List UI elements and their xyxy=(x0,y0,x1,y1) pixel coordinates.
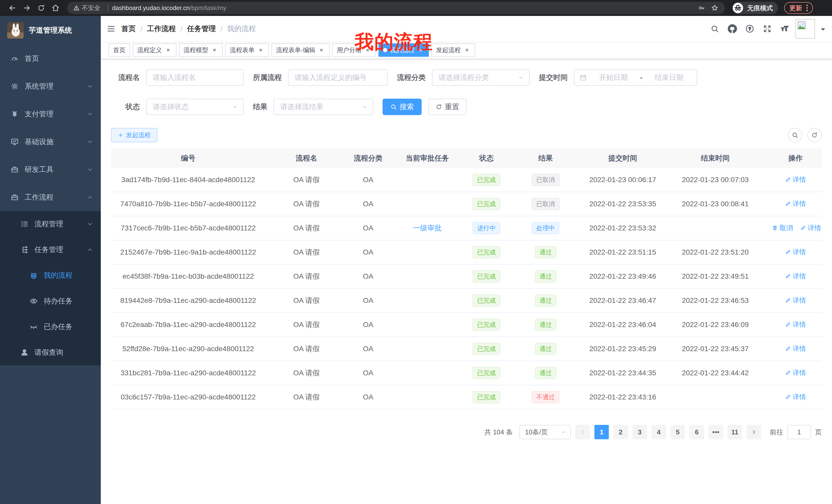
page-ellipsis-button[interactable]: ••• xyxy=(709,425,723,439)
cancel-link[interactable]: 取消 xyxy=(772,223,793,232)
sidebar-item-done-task[interactable]: 已办任务 xyxy=(0,314,101,340)
reset-button[interactable]: 重置 xyxy=(428,99,466,115)
current-task-link[interactable]: 一级审批 xyxy=(413,224,442,232)
detail-link[interactable]: 详情 xyxy=(785,175,806,184)
tab-start-process[interactable]: 发起流程× xyxy=(432,44,475,57)
sidebar-item-task-mgmt[interactable]: 任务管理 xyxy=(0,237,101,262)
browser-menu-icon[interactable] xyxy=(806,5,808,11)
breadcrumb-separator: / xyxy=(140,25,142,33)
chevron-down-icon xyxy=(362,104,368,110)
tab-process-def[interactable]: 流程定义× xyxy=(133,44,176,57)
sidebar-item-leave-query[interactable]: 请假查询 xyxy=(0,340,101,365)
detail-link[interactable]: 详情 xyxy=(785,296,806,305)
close-icon[interactable]: × xyxy=(211,47,218,54)
github-icon[interactable] xyxy=(726,22,739,35)
chevron-down-icon xyxy=(87,166,93,173)
table-refresh-button[interactable] xyxy=(807,128,822,142)
page-button-3[interactable]: 3 xyxy=(632,425,647,439)
back-icon[interactable] xyxy=(5,2,20,14)
breadcrumb-item[interactable]: 工作流程 xyxy=(147,24,176,34)
tab-home[interactable]: 首页 xyxy=(108,44,130,57)
home-icon[interactable] xyxy=(48,2,63,14)
detail-link[interactable]: 详情 xyxy=(785,368,806,377)
cell-submit-time: 2022-01-22 23:53:32 xyxy=(584,224,661,232)
detail-link[interactable]: 详情 xyxy=(785,199,806,208)
detail-link[interactable]: 详情 xyxy=(800,223,821,232)
table-body: 3ad174fb-7b9d-11ec-8404-acde48001122 OA … xyxy=(111,168,822,410)
reload-icon[interactable] xyxy=(34,2,48,14)
page-button-1[interactable]: 1 xyxy=(594,425,609,439)
page-size-select[interactable]: 10条/页 xyxy=(519,425,571,439)
chevron-up-icon xyxy=(87,194,93,200)
table-row: 03c6c157-7b9a-11ec-a290-acde48001122 OA … xyxy=(111,385,822,410)
close-icon[interactable]: × xyxy=(318,47,325,54)
sidebar-item-workflow[interactable]: 工作流程 xyxy=(0,184,101,211)
tab-process-model[interactable]: 流程模型× xyxy=(179,44,223,57)
sidebar-item-my-process[interactable]: 我的流程 xyxy=(0,262,101,288)
security-label: 不安全 xyxy=(82,4,100,12)
page-button-2[interactable]: 2 xyxy=(614,425,628,439)
breadcrumb-separator: / xyxy=(220,25,223,33)
detail-link[interactable]: 详情 xyxy=(785,272,806,281)
fullscreen-icon[interactable] xyxy=(760,22,774,35)
prev-page-button[interactable] xyxy=(575,425,590,439)
result-select[interactable]: 请选择流结果 xyxy=(274,99,373,115)
close-icon[interactable]: × xyxy=(463,47,470,54)
search-button[interactable]: 搜索 xyxy=(383,99,422,115)
table-row: 3ad174fb-7b9d-11ec-8404-acde48001122 OA … xyxy=(111,168,822,192)
close-icon[interactable]: × xyxy=(257,47,264,54)
hamburger-icon[interactable] xyxy=(101,16,121,41)
sidebar-item-todo-task[interactable]: 待办任务 xyxy=(0,288,101,314)
cell-process-name: OA 请假 xyxy=(265,392,347,402)
process-name-input[interactable] xyxy=(146,69,244,86)
chevron-down-icon xyxy=(87,221,93,227)
next-page-button[interactable] xyxy=(747,425,761,439)
sidebar-item-infra[interactable]: 基础设施 xyxy=(0,128,101,156)
help-icon[interactable]: ? xyxy=(743,22,756,35)
app-logo[interactable]: 芋道管理系统 xyxy=(0,16,101,45)
refresh-icon xyxy=(436,104,442,110)
category-select[interactable]: 请选择流程分类 xyxy=(432,69,530,86)
close-icon[interactable]: × xyxy=(164,47,172,54)
jump-page-input[interactable] xyxy=(787,425,811,439)
sidebar-item-home[interactable]: 首页 xyxy=(0,45,101,73)
status-select[interactable]: 请选择状态 xyxy=(146,99,244,115)
breadcrumb-item[interactable]: 任务管理 xyxy=(187,24,216,34)
detail-link[interactable]: 详情 xyxy=(785,393,806,401)
cell-process-name: OA 请假 xyxy=(265,344,347,354)
cell-process-id: 331bc281-7b9a-11ec-a290-acde48001122 xyxy=(111,369,265,377)
bookmark-star-icon[interactable] xyxy=(711,4,719,12)
key-icon[interactable] xyxy=(698,4,705,12)
page-button-5[interactable]: 5 xyxy=(671,425,685,439)
page-button-11[interactable]: 11 xyxy=(728,425,742,439)
tab-process-form-edit[interactable]: 流程表单-编辑× xyxy=(271,44,330,57)
detail-link[interactable]: 详情 xyxy=(785,320,806,329)
create-process-button[interactable]: 发起流程 xyxy=(111,128,157,142)
cell-submit-time: 2022-01-22 23:45:29 xyxy=(584,345,661,353)
detail-link[interactable]: 详情 xyxy=(785,248,806,257)
sidebar-item-system[interactable]: 系统管理 xyxy=(0,73,101,100)
sidebar-item-process-mgmt[interactable]: 流程管理 xyxy=(0,211,101,237)
briefcase-icon xyxy=(10,193,19,202)
font-size-icon[interactable]: TT xyxy=(778,22,791,35)
breadcrumb-separator: / xyxy=(181,25,183,33)
submit-time-range-picker[interactable]: 开始日期 - 结束日期 xyxy=(574,69,697,86)
avatar[interactable] xyxy=(796,19,815,38)
address-bar[interactable]: 不安全 dashboard.yudao.iocoder.cn/bpm/task/… xyxy=(67,2,725,14)
breadcrumb-item[interactable]: 首页 xyxy=(121,24,136,34)
page-button-4[interactable]: 4 xyxy=(651,425,666,439)
avatar-caret-icon[interactable] xyxy=(820,24,826,34)
sidebar-item-devtools[interactable]: 研发工具 xyxy=(0,156,101,184)
sidebar-item-payment[interactable]: ¥支付管理 xyxy=(0,100,101,128)
create-process-label: 发起流程 xyxy=(126,131,151,139)
svg-text:T: T xyxy=(781,27,784,32)
sidebar-item-label: 研发工具 xyxy=(25,165,53,174)
page-button-6[interactable]: 6 xyxy=(690,425,704,439)
process-definition-input[interactable] xyxy=(288,69,388,86)
forward-icon[interactable] xyxy=(20,2,34,14)
tab-process-form[interactable]: 流程表单× xyxy=(225,44,269,57)
detail-link[interactable]: 详情 xyxy=(785,344,806,353)
search-icon[interactable] xyxy=(708,22,722,35)
update-button[interactable]: 更新 xyxy=(784,2,813,14)
table-search-toggle-button[interactable] xyxy=(788,128,802,142)
